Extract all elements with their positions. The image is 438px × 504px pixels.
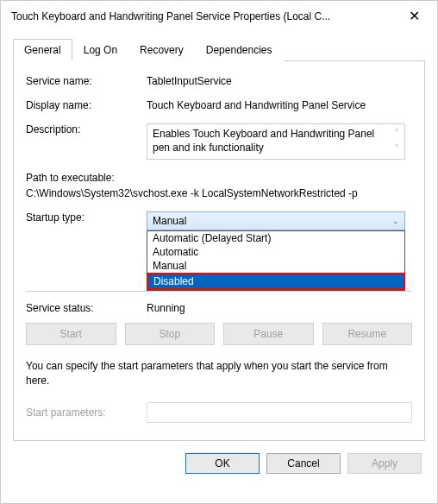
ok-button[interactable]: OK — [185, 453, 260, 474]
chevron-down-icon: ⌄ — [392, 217, 399, 225]
tab-dependencies[interactable]: Dependencies — [195, 39, 284, 61]
scroll-down-icon[interactable]: ˅ — [394, 143, 399, 155]
pause-button[interactable]: Pause — [223, 323, 314, 345]
tab-strip: General Log On Recovery Dependencies — [13, 38, 425, 61]
option-automatic[interactable]: Automatic — [147, 245, 404, 259]
description-box: Enables Touch Keyboard and Handwriting P… — [147, 123, 405, 160]
resume-button[interactable]: Resume — [322, 323, 413, 345]
option-manual[interactable]: Manual — [147, 259, 404, 273]
option-disabled[interactable]: Disabled — [147, 273, 405, 290]
description-text: Enables Touch Keyboard and Handwriting P… — [153, 128, 391, 154]
divider — [26, 291, 412, 292]
display-name-label: Display name: — [26, 99, 147, 111]
general-panel: Service name: TabletInputService Display… — [13, 61, 425, 441]
tab-general[interactable]: General — [13, 39, 72, 61]
tab-recovery[interactable]: Recovery — [128, 39, 195, 61]
path-label: Path to executable: — [26, 172, 412, 184]
close-icon[interactable]: ✕ — [402, 8, 427, 24]
startup-type-combo[interactable]: Manual ⌄ Automatic (Delayed Start) Autom… — [147, 211, 405, 230]
stop-button[interactable]: Stop — [125, 323, 216, 345]
service-name-label: Service name: — [26, 75, 147, 87]
dialog-footer: OK Cancel Apply — [4, 441, 434, 474]
scroll-up-icon[interactable]: ˄ — [394, 128, 399, 140]
service-name-value: TabletInputService — [147, 75, 412, 87]
tab-logon[interactable]: Log On — [72, 39, 128, 61]
startup-selected-value: Manual — [153, 215, 186, 227]
window-title: Touch Keyboard and Handwriting Panel Ser… — [11, 10, 330, 22]
start-params-hint: You can specify the start parameters tha… — [26, 359, 412, 388]
apply-button[interactable]: Apply — [347, 453, 422, 474]
start-params-label: Start parameters: — [26, 406, 147, 419]
option-automatic-delayed[interactable]: Automatic (Delayed Start) — [147, 231, 404, 245]
path-value: C:\Windows\System32\svchost.exe -k Local… — [26, 187, 412, 199]
startup-dropdown: Automatic (Delayed Start) Automatic Manu… — [147, 230, 405, 291]
start-params-input — [147, 402, 412, 423]
display-name-value: Touch Keyboard and Handwriting Panel Ser… — [147, 99, 412, 111]
start-button[interactable]: Start — [26, 323, 116, 345]
cancel-button[interactable]: Cancel — [266, 453, 341, 474]
service-status-label: Service status: — [26, 302, 147, 314]
startup-type-label: Startup type: — [26, 211, 147, 224]
description-label: Description: — [26, 123, 147, 135]
service-status-value: Running — [147, 302, 412, 314]
